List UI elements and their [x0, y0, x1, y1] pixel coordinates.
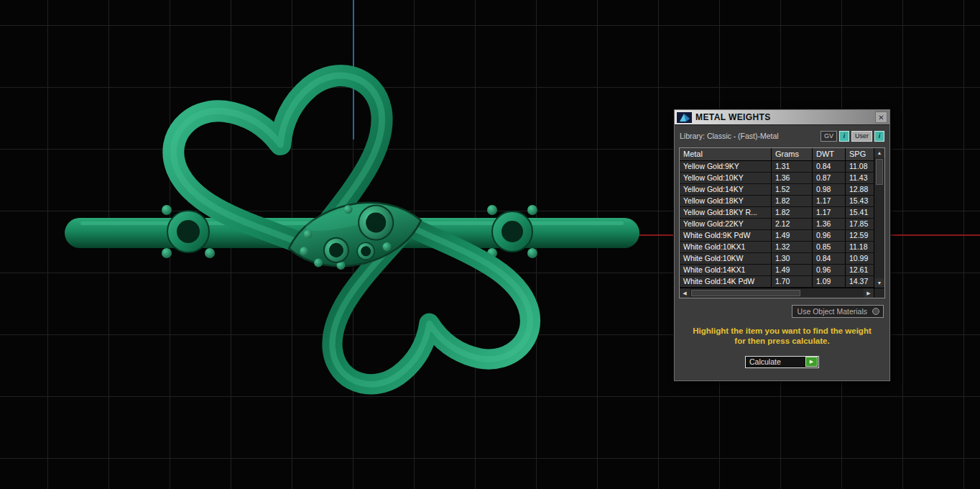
horizontal-scrollbar[interactable]: ◀ ▶	[680, 288, 874, 298]
column-header: SPG	[846, 148, 874, 160]
scrollbar-corner	[874, 288, 884, 298]
calculate-button[interactable]: Calculate ▶	[745, 356, 819, 368]
calculate-label: Calculate	[746, 357, 805, 366]
use-object-materials-label: Use Object Materials	[798, 307, 867, 316]
application-window: METAL WEIGHTS ✕ Library: Classic - (Fast…	[0, 0, 980, 489]
table-row[interactable]: Yellow Gold:14KY 1.52 0.98 12.88	[680, 184, 874, 196]
cell-grams: 1.49	[772, 265, 813, 275]
cell-spg: 10.99	[846, 253, 874, 264]
cell-spg: 11.08	[846, 161, 874, 172]
horizontal-scroll-track[interactable]	[690, 288, 864, 298]
cell-grams: 1.49	[772, 230, 813, 241]
cell-spg: 15.43	[846, 196, 874, 206]
cell-spg: 12.61	[846, 265, 874, 275]
cell-metal: Yellow Gold:18KY	[680, 196, 772, 206]
cell-grams: 2.12	[772, 219, 813, 229]
cell-dwt: 0.98	[813, 184, 846, 195]
metal-weights-dialog: METAL WEIGHTS ✕ Library: Classic - (Fast…	[674, 109, 890, 381]
user-button[interactable]: User	[851, 131, 872, 142]
gv-info-icon[interactable]: i	[839, 131, 849, 142]
scroll-up-icon[interactable]: ▲	[874, 148, 884, 157]
scroll-down-icon[interactable]: ▼	[874, 278, 884, 288]
table-row[interactable]: Yellow Gold:9KY 1.31 0.84 11.08	[680, 161, 874, 173]
cell-grams: 1.32	[772, 242, 813, 252]
table-row[interactable]: Yellow Gold:18KY 1.82 1.17 15.43	[680, 196, 874, 207]
cell-grams: 1.70	[772, 276, 813, 287]
indicator-circle-icon	[872, 308, 879, 315]
dialog-title: METAL WEIGHTS	[695, 112, 875, 122]
table-row[interactable]: White Gold:9K PdW 1.49 0.96 12.59	[680, 230, 874, 242]
cell-grams: 1.82	[772, 196, 813, 206]
cell-dwt: 0.85	[813, 242, 846, 252]
use-object-materials-button[interactable]: Use Object Materials	[792, 305, 884, 318]
horizontal-scroll-thumb[interactable]	[691, 290, 800, 296]
cell-spg: 12.59	[846, 230, 874, 241]
table-row[interactable]: White Gold:10KX1 1.32 0.85 11.18	[680, 242, 874, 253]
cell-metal: Yellow Gold:22KY	[680, 219, 772, 229]
play-icon: ▶	[805, 357, 818, 367]
cell-spg: 11.18	[846, 242, 874, 252]
cell-dwt: 0.87	[813, 173, 846, 183]
close-icon[interactable]: ✕	[875, 111, 887, 123]
cell-spg: 11.43	[846, 173, 874, 183]
cell-metal: Yellow Gold:14KY	[680, 184, 772, 195]
dialog-titlebar[interactable]: METAL WEIGHTS ✕	[675, 110, 889, 125]
table-area: MetalGramsDWTSPG Yellow Gold:9KY 1.31 0.…	[680, 148, 874, 288]
column-header: Grams	[772, 148, 813, 160]
cell-spg: 12.88	[846, 184, 874, 195]
center-marquise	[282, 191, 427, 279]
cell-metal: Yellow Gold:18KY R...	[680, 207, 772, 218]
cell-grams: 1.31	[772, 161, 813, 172]
cell-dwt: 0.96	[813, 265, 846, 275]
cell-metal: White Gold:14KX1	[680, 265, 772, 275]
cell-grams: 1.30	[772, 253, 813, 264]
app-icon	[677, 112, 692, 123]
gv-button[interactable]: GV	[820, 131, 837, 142]
library-buttons: GV i User i	[820, 131, 884, 142]
cell-dwt: 1.36	[813, 219, 846, 229]
cell-spg: 15.41	[846, 207, 874, 218]
user-info-icon[interactable]: i	[874, 131, 884, 142]
right-setting	[487, 205, 537, 258]
cell-dwt: 1.17	[813, 207, 846, 218]
cell-grams: 1.52	[772, 184, 813, 195]
vertical-scroll-thumb[interactable]	[876, 159, 883, 185]
calculate-row: Calculate ▶	[675, 356, 889, 368]
table-row[interactable]: Yellow Gold:10KY 1.36 0.87 11.43	[680, 173, 874, 184]
cell-spg: 14.37	[846, 276, 874, 287]
cell-spg: 17.85	[846, 219, 874, 229]
cell-metal: White Gold:10KX1	[680, 242, 772, 252]
cell-metal: Yellow Gold:10KY	[680, 173, 772, 183]
library-row: Library: Classic - (Fast)-Metal GV i Use…	[680, 130, 884, 142]
vertical-scroll-track[interactable]	[874, 157, 884, 278]
table-row[interactable]: White Gold:14K PdW 1.70 1.09 14.37	[680, 276, 874, 288]
cell-grams: 1.82	[772, 207, 813, 218]
cell-dwt: 1.17	[813, 196, 846, 206]
table-header: MetalGramsDWTSPG	[680, 148, 874, 161]
cell-metal: Yellow Gold:9KY	[680, 161, 772, 172]
table-body: Yellow Gold:9KY 1.31 0.84 11.08 Yellow G…	[680, 161, 874, 288]
column-header: Metal	[680, 148, 772, 160]
vertical-scrollbar[interactable]: ▲ ▼	[874, 148, 884, 288]
cell-metal: White Gold:10KW	[680, 253, 772, 264]
instruction-text: Highlight the item you want to find the …	[679, 326, 885, 347]
cell-dwt: 0.84	[813, 161, 846, 172]
column-header: DWT	[813, 148, 846, 160]
cell-metal: White Gold:9K PdW	[680, 230, 772, 241]
table-row[interactable]: Yellow Gold:18KY R... 1.82 1.17 15.41	[680, 207, 874, 219]
table-row[interactable]: White Gold:14KX1 1.49 0.96 12.61	[680, 265, 874, 276]
library-label: Library: Classic - (Fast)-Metal	[680, 132, 820, 140]
table-row[interactable]: White Gold:10KW 1.30 0.84 10.99	[680, 253, 874, 265]
metal-weights-table: MetalGramsDWTSPG Yellow Gold:9KY 1.31 0.…	[679, 147, 885, 298]
cell-grams: 1.36	[772, 173, 813, 183]
cell-dwt: 0.96	[813, 230, 846, 241]
table-row[interactable]: Yellow Gold:22KY 2.12 1.36 17.85	[680, 219, 874, 230]
cell-dwt: 0.84	[813, 253, 846, 264]
scroll-right-icon[interactable]: ▶	[864, 288, 874, 298]
cell-dwt: 1.09	[813, 276, 846, 287]
scroll-left-icon[interactable]: ◀	[680, 288, 690, 298]
cell-metal: White Gold:14K PdW	[680, 276, 772, 287]
use-object-materials-row: Use Object Materials	[680, 305, 884, 318]
